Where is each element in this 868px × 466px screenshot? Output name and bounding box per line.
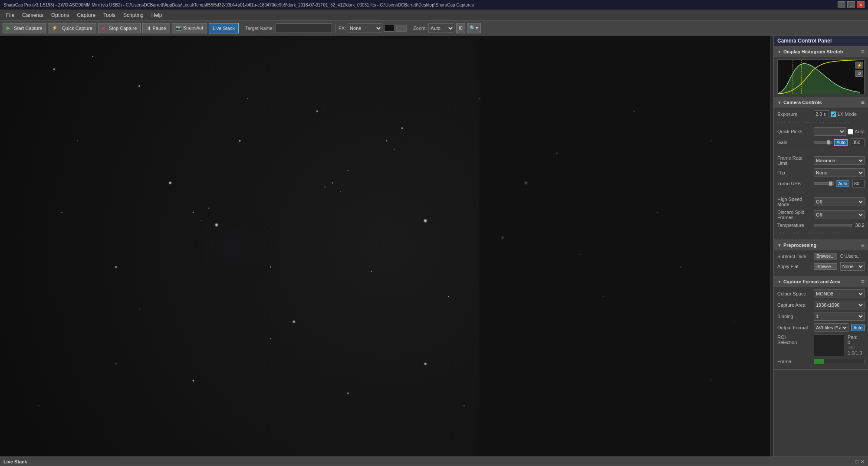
menu-tools[interactable]: Tools <box>100 11 119 20</box>
titlebar-title: SharpCap Pro (v3.1.5193) - ZWO ASI290MM … <box>3 3 474 7</box>
menu-file[interactable]: File <box>3 11 18 20</box>
camera-controls-content: Exposure LX Mode · · · · · · · · · · · ·… <box>774 108 868 240</box>
target-name-input[interactable] <box>276 23 332 33</box>
high-speed-select[interactable]: Off <box>814 197 865 206</box>
zoom-search-button[interactable]: 🔍▾ <box>467 23 481 33</box>
histogram-refresh-button[interactable]: ↺ <box>855 70 863 77</box>
capture-format-content: Colour Space MONO8 Capture Area 1936x109… <box>774 287 868 369</box>
flip-select[interactable]: None <box>814 168 865 177</box>
fx-label: FX: <box>339 26 346 31</box>
turbo-auto-button[interactable]: Auto <box>836 180 849 187</box>
auto-label: Auto <box>848 129 865 135</box>
minimize-button[interactable]: ─ <box>838 1 845 8</box>
quick-picks-auto-checkbox[interactable] <box>848 129 853 135</box>
quick-picks-row: Quick Picks Auto <box>777 127 865 136</box>
panel-title: Camera Control Panel <box>774 36 868 46</box>
titlebar: SharpCap Pro (v3.1.5193) - ZWO ASI290MM … <box>0 0 868 10</box>
toolbar-separator-2 <box>335 24 335 33</box>
camera-controls-section: ▼ Camera Controls ≡ Exposure LX Mode <box>774 97 868 240</box>
lx-mode-label: LX Mode <box>831 112 857 117</box>
menu-options[interactable]: Options <box>48 11 72 20</box>
subtract-dark-row: Subtract Dark Browse... C:\Users... <box>777 253 865 259</box>
frame-progress <box>814 359 865 364</box>
titlebar-controls: ─ □ ✕ <box>838 1 865 8</box>
stop-capture-button[interactable]: ■ Stop Capture <box>98 23 141 33</box>
menu-cameras[interactable]: Cameras <box>19 11 47 20</box>
start-capture-button[interactable]: ▶ Start Capture <box>3 23 46 33</box>
output-format-row: Output Format AVI files (*.a Auto <box>777 323 865 332</box>
menu-scripting[interactable]: Scripting <box>120 11 147 20</box>
output-auto-button[interactable]: Auto <box>851 325 865 331</box>
gain-row: Gain Auto <box>777 138 865 146</box>
live-stack-button[interactable]: Live Stack <box>209 23 239 33</box>
exposure-input[interactable] <box>814 110 829 118</box>
histogram-collapse-icon: ▼ <box>777 49 782 54</box>
quick-capture-button[interactable]: ⚡ Quick Capture <box>48 23 96 33</box>
quick-picks-select[interactable] <box>814 127 846 136</box>
gain-input[interactable] <box>851 138 865 146</box>
snapshot-button[interactable]: 📷 Snapshot <box>172 23 207 33</box>
binning-select[interactable]: 1 <box>814 312 865 321</box>
turbo-input[interactable] <box>852 180 865 187</box>
capture-format-menu-button[interactable]: ≡ <box>861 278 865 285</box>
pause-button[interactable]: ⏸ Pause <box>142 23 170 33</box>
histogram-menu-button[interactable]: ≡ <box>861 48 865 55</box>
turbo-slider-dots: · · · · · · · · · · · · · · · · · · · · … <box>777 190 865 194</box>
sky-canvas <box>0 36 773 456</box>
lx-mode-checkbox[interactable] <box>831 112 836 117</box>
capture-format-collapse-icon: ▼ <box>777 279 782 284</box>
histogram-canvas <box>778 60 860 94</box>
camera-controls-header[interactable]: ▼ Camera Controls ≡ <box>774 97 868 108</box>
colour-space-select[interactable]: MONO8 <box>814 289 865 298</box>
output-format-select[interactable]: AVI files (*.a <box>814 323 848 332</box>
binning-row: Binning 1 <box>777 312 865 321</box>
bottom-title: Live Stack <box>3 459 27 464</box>
preprocessing-header[interactable]: ▼ Preprocessing ≡ <box>774 240 868 250</box>
color-swatch-2[interactable] <box>396 25 407 32</box>
preprocessing-menu-button[interactable]: ≡ <box>861 242 865 249</box>
menu-capture[interactable]: Capture <box>73 11 99 20</box>
apply-flat-select[interactable]: None <box>840 262 865 271</box>
color-swatch-1[interactable] <box>384 25 395 32</box>
histogram-display: ⚡ ↺ <box>777 59 865 94</box>
capture-area-row: Capture Area 1936x1096 <box>777 301 865 309</box>
frame-rate-row: Frame RateLimit Maximum <box>777 155 865 166</box>
menu-help[interactable]: Help <box>148 11 166 20</box>
gain-slider[interactable] <box>814 141 832 144</box>
maximize-button[interactable]: □ <box>847 1 855 8</box>
fx-select[interactable]: None <box>348 23 382 33</box>
subtract-dark-browse-button[interactable]: Browse... <box>814 253 837 259</box>
histogram-header[interactable]: ▼ Display Histogram Stretch ≡ <box>774 46 868 57</box>
bottom-header: Live Stack □ ✕ <box>0 457 868 466</box>
toolbar-separator-1 <box>242 24 242 33</box>
capture-format-header[interactable]: ▼ Capture Format and Area ≡ <box>774 276 868 287</box>
capture-area-select[interactable]: 1936x1096 <box>814 301 865 309</box>
high-speed-row: High SpeedMode Off <box>777 197 865 207</box>
frame-row: Frame: <box>777 359 865 364</box>
apply-flat-browse-button[interactable]: Browse... <box>814 263 837 270</box>
frame-rate-select[interactable]: Maximum <box>814 156 865 165</box>
bottom-close-button[interactable]: ✕ <box>860 459 865 465</box>
target-name-label: Target Name: <box>245 26 274 31</box>
gain-auto-button[interactable]: Auto <box>834 139 848 146</box>
turbo-usb-slider[interactable] <box>814 182 834 185</box>
bottom-float-button[interactable]: □ <box>855 459 858 465</box>
image-area <box>0 36 773 456</box>
capture-format-section: ▼ Capture Format and Area ≡ Colour Space… <box>774 276 868 370</box>
flip-row: Flip None <box>777 168 865 177</box>
temperature-slider[interactable] <box>814 224 852 226</box>
resize-handle[interactable] <box>770 36 773 456</box>
bottom-header-controls: □ ✕ <box>855 459 865 465</box>
roi-preview[interactable] <box>814 335 844 356</box>
frame-progress-fill <box>814 359 824 364</box>
menubar: File Cameras Options Capture Tools Scrip… <box>0 10 868 21</box>
camera-menu-button[interactable]: ≡ <box>861 99 865 106</box>
zoom-fit-button[interactable]: ⊞ <box>456 23 465 33</box>
close-button[interactable]: ✕ <box>857 1 865 8</box>
histogram-flash-button[interactable]: ⚡ <box>855 62 863 69</box>
toolbar: ▶ Start Capture ⚡ Quick Capture ■ Stop C… <box>0 21 868 36</box>
discard-split-select[interactable]: Off <box>814 210 865 219</box>
zoom-label: Zoom: <box>413 26 427 31</box>
zoom-select[interactable]: Auto <box>428 23 454 33</box>
preprocessing-collapse-icon: ▼ <box>777 243 782 248</box>
